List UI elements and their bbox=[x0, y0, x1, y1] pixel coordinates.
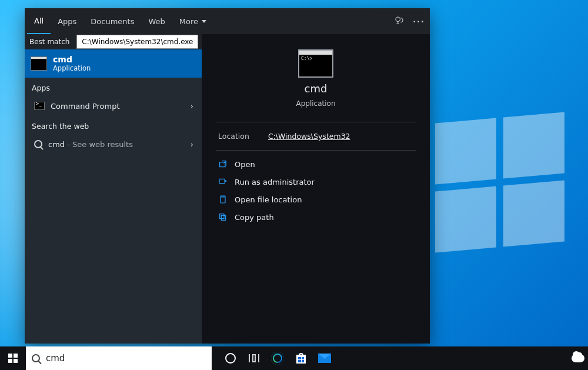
action-open-location[interactable]: Open file location bbox=[216, 191, 416, 208]
search-icon bbox=[34, 140, 42, 148]
onedrive-icon[interactable] bbox=[572, 354, 584, 362]
apps-result-label: Command Prompt bbox=[51, 102, 120, 111]
action-open[interactable]: Open bbox=[216, 155, 416, 173]
windows-logo-icon bbox=[8, 354, 18, 363]
tab-web[interactable]: Web bbox=[141, 8, 172, 34]
microsoft-store-icon bbox=[296, 353, 306, 364]
open-icon bbox=[218, 159, 228, 169]
taskbar-search-box[interactable] bbox=[26, 346, 212, 370]
cortana-button[interactable] bbox=[219, 346, 242, 370]
command-prompt-icon bbox=[34, 102, 45, 110]
divider bbox=[216, 150, 416, 151]
windows-logo-wallpaper bbox=[435, 112, 564, 252]
task-view-icon bbox=[249, 354, 259, 362]
start-search-panel: All Apps Documents Web More ··· Best mat… bbox=[25, 8, 430, 344]
chevron-right-icon: › bbox=[191, 102, 193, 111]
taskbar-search-input[interactable] bbox=[46, 353, 206, 364]
web-section-header: Search the web bbox=[25, 116, 202, 134]
system-tray[interactable] bbox=[572, 346, 584, 370]
folder-icon bbox=[218, 195, 228, 204]
best-match-result[interactable]: cmd Application bbox=[25, 49, 202, 78]
edge-icon bbox=[271, 352, 284, 365]
svg-point-0 bbox=[396, 17, 400, 22]
action-open-location-label: Open file location bbox=[235, 195, 302, 204]
start-button[interactable] bbox=[0, 346, 26, 370]
location-label: Location bbox=[218, 132, 249, 141]
cmd-icon bbox=[31, 56, 47, 71]
svg-rect-2 bbox=[219, 179, 225, 183]
svg-rect-5 bbox=[220, 214, 224, 219]
best-match-header: Best match C:\Windows\System32\cmd.exe bbox=[25, 34, 202, 49]
task-view-button[interactable] bbox=[242, 346, 266, 370]
apps-result-command-prompt[interactable]: Command Prompt › bbox=[25, 96, 202, 116]
divider bbox=[216, 122, 416, 122]
result-subtitle: Application bbox=[53, 64, 91, 72]
location-value[interactable]: C:\Windows\System32 bbox=[268, 132, 350, 141]
cortana-icon bbox=[225, 353, 236, 364]
cmd-icon bbox=[298, 49, 333, 78]
result-title: cmd bbox=[53, 55, 91, 64]
action-copy-path-label: Copy path bbox=[235, 213, 274, 222]
shield-icon bbox=[218, 177, 228, 186]
feedback-icon[interactable] bbox=[394, 15, 405, 28]
path-tooltip: C:\Windows\System32\cmd.exe bbox=[76, 35, 198, 49]
preview-subtitle: Application bbox=[296, 99, 335, 108]
action-run-admin-label: Run as administrator bbox=[235, 178, 315, 186]
web-result-term: cmd bbox=[48, 140, 65, 149]
svg-rect-4 bbox=[221, 215, 225, 220]
search-filter-tabs: All Apps Documents Web More ··· bbox=[25, 8, 430, 34]
taskbar-app-mail[interactable] bbox=[313, 346, 336, 370]
taskbar-app-edge[interactable] bbox=[266, 346, 289, 370]
preview-title: cmd bbox=[305, 82, 328, 95]
taskbar bbox=[0, 346, 588, 370]
copy-icon bbox=[218, 212, 228, 222]
search-icon bbox=[32, 354, 40, 362]
mail-icon bbox=[318, 354, 331, 363]
action-copy-path[interactable]: Copy path bbox=[216, 208, 416, 226]
web-result-cmd[interactable]: cmd - See web results › bbox=[25, 134, 202, 154]
result-preview-pane: cmd Application Location C:\Windows\Syst… bbox=[202, 34, 430, 344]
best-match-label: Best match bbox=[25, 38, 74, 46]
web-result-suffix: - See web results bbox=[65, 140, 133, 149]
tab-apps[interactable]: Apps bbox=[51, 8, 83, 34]
tab-documents[interactable]: Documents bbox=[83, 8, 141, 34]
action-open-label: Open bbox=[235, 160, 255, 169]
options-ellipsis-icon[interactable]: ··· bbox=[413, 17, 425, 26]
taskbar-app-store[interactable] bbox=[289, 346, 313, 370]
tab-all[interactable]: All bbox=[27, 8, 51, 34]
results-list: Best match C:\Windows\System32\cmd.exe c… bbox=[25, 34, 202, 344]
chevron-right-icon: › bbox=[191, 140, 193, 149]
action-run-admin[interactable]: Run as administrator bbox=[216, 173, 416, 191]
apps-section-header: Apps bbox=[25, 78, 202, 96]
tab-more[interactable]: More bbox=[172, 8, 213, 34]
